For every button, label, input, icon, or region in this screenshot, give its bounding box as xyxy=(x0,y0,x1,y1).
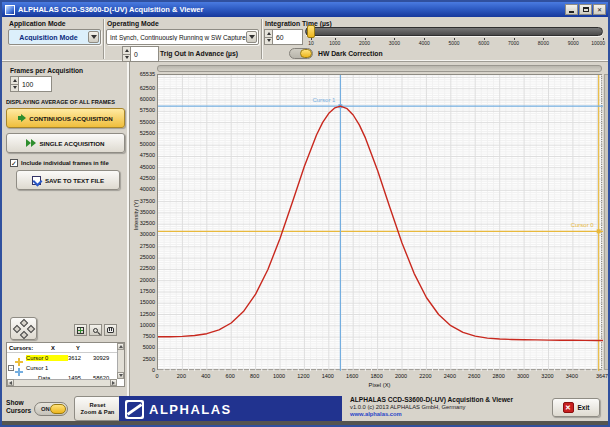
app-icon xyxy=(5,5,15,15)
title-bar[interactable]: ALPHALAS CCD-S3600-D(-UV) Acquisition & … xyxy=(2,2,608,17)
trig-out-label: Trig Out in Advance (µs) xyxy=(160,50,238,57)
cursor-table-row[interactable]: -Cursor 1 xyxy=(7,363,124,373)
trig-out-value[interactable]: 0 xyxy=(131,46,159,62)
zoom-tool-button[interactable] xyxy=(89,324,102,336)
include-frames-checkbox-row[interactable]: ✓ Include individual frames in file xyxy=(10,159,109,167)
website-link[interactable]: www.alphalas.com xyxy=(350,411,513,417)
scroll-up-icon[interactable] xyxy=(117,343,124,350)
cursor-table-header: Cursors: X Y xyxy=(7,343,124,353)
operating-mode-label: Operating Mode xyxy=(107,20,159,27)
divider xyxy=(103,19,105,59)
toggle-knob xyxy=(300,49,312,58)
alphalas-brand: ALPHALAS xyxy=(149,402,232,417)
cursor-tool-button[interactable] xyxy=(74,324,87,336)
continuous-acquisition-label: CONTINUOUS ACQUISITION xyxy=(29,115,113,122)
crosshair-icon xyxy=(77,327,84,334)
app-info-title: ALPHALAS CCD-S3600-D(-UV) Acquisition & … xyxy=(350,396,513,403)
cursor-legend-table[interactable]: Cursors: X Y Cursor 0361230929-Cursor 1D… xyxy=(6,342,125,387)
frames-per-acquisition-label: Frames per Acquisition xyxy=(10,67,83,74)
frames-per-acquisition-spinner[interactable]: 100 xyxy=(10,76,52,92)
chevron-down-icon[interactable] xyxy=(88,31,99,43)
exit-x-icon: ✕ xyxy=(563,402,574,413)
reset-zoom-pan-button[interactable]: Reset Zoom & Pan xyxy=(74,396,121,421)
operating-mode-select[interactable]: Int Synch, Continuously Running w SW Cap… xyxy=(106,29,259,45)
diamond-icon xyxy=(20,319,28,327)
y-header: Y xyxy=(76,345,103,351)
diamond-icon xyxy=(13,325,21,333)
spectrum-plot: Cursor 0Cursor 1 xyxy=(158,75,603,371)
svg-text:Cursor 1: Cursor 1 xyxy=(312,97,336,103)
frames-per-acquisition-value[interactable]: 100 xyxy=(19,76,52,92)
pan-tool-button[interactable] xyxy=(104,324,117,336)
scroll-right-icon[interactable] xyxy=(110,379,117,386)
cursor-table-row[interactable]: Cursor 0361230929 xyxy=(7,353,124,363)
x-header: X xyxy=(51,345,76,351)
close-icon: ✕ xyxy=(597,7,602,13)
spinner-arrows-icon[interactable] xyxy=(122,46,131,62)
minimize-icon xyxy=(569,11,574,13)
integration-time-value[interactable]: 60 xyxy=(273,29,303,45)
reset-button-label: Zoom & Pan xyxy=(81,409,115,416)
slider-thumb[interactable] xyxy=(307,25,315,38)
application-mode-label: Application Mode xyxy=(9,20,66,27)
app-info: ALPHALAS CCD-S3600-D(-UV) Acquisition & … xyxy=(350,396,513,417)
diamond-icon xyxy=(27,325,35,333)
application-mode-select[interactable]: Acquisition Mode xyxy=(8,29,101,45)
toggle-knob xyxy=(50,404,66,414)
save-to-text-file-label: SAVE TO TEXT FILE xyxy=(45,177,104,184)
graph-palette xyxy=(72,324,117,336)
cursors-header: Cursors: xyxy=(9,345,51,351)
alphalas-logo: ALPHALAS xyxy=(119,396,342,423)
x-axis-title: Pixel (X) xyxy=(157,382,602,388)
save-to-text-file-button[interactable]: SAVE TO TEXT FILE xyxy=(16,170,120,190)
plot-area[interactable]: Cursor 0Cursor 1 xyxy=(157,74,602,370)
slider-track[interactable] xyxy=(305,27,603,36)
continuous-acquisition-button[interactable]: CONTINUOUS ACQUISITION xyxy=(6,108,125,128)
integration-time-slider[interactable]: 1010002000300040005000600070008000900010… xyxy=(305,25,603,51)
svg-text:Cursor 0: Cursor 0 xyxy=(571,222,595,228)
displaying-note: DISPLAYING AVERAGE OF ALL FRAMES xyxy=(6,99,115,105)
spinner-arrows-icon[interactable] xyxy=(264,29,273,45)
maximize-icon xyxy=(583,7,589,12)
magnifier-icon xyxy=(93,328,98,333)
scroll-left-icon[interactable] xyxy=(7,379,14,386)
maximize-button[interactable] xyxy=(579,4,592,15)
table-vertical-scrollbar[interactable] xyxy=(117,343,124,379)
single-acquisition-button[interactable]: SINGLE ACQUISITION xyxy=(6,133,125,153)
diamond-icon xyxy=(20,331,28,339)
alphalas-logo-icon xyxy=(125,400,144,419)
green-arrow-icon xyxy=(18,114,26,122)
trig-out-spinner[interactable]: 0 xyxy=(122,46,159,62)
scroll-down-icon[interactable] xyxy=(117,372,124,379)
close-button[interactable]: ✕ xyxy=(593,4,606,15)
operating-mode-value: Int Synch, Continuously Running w SW Cap… xyxy=(107,34,246,41)
top-control-panel: Application Mode Acquisition Mode Operat… xyxy=(2,17,608,62)
checkbox-icon[interactable]: ✓ xyxy=(10,159,18,167)
divider xyxy=(261,19,263,59)
cursor-move-pad-button[interactable] xyxy=(10,317,37,340)
minimize-button[interactable] xyxy=(565,4,578,15)
window-bottom-edge xyxy=(2,421,608,425)
show-cursors-toggle[interactable]: ON xyxy=(34,402,68,416)
reset-button-label: Reset xyxy=(90,402,106,409)
app-info-version: v1.0.0 (c) 2013 ALPHALAS GmbH, Germany xyxy=(350,404,513,410)
hand-icon xyxy=(107,327,114,333)
graph-horizontal-scrollbar[interactable] xyxy=(157,65,602,72)
application-mode-value: Acquisition Mode xyxy=(9,34,88,41)
app-window: ALPHALAS CCD-S3600-D(-UV) Acquisition & … xyxy=(0,0,610,427)
chevron-down-icon[interactable] xyxy=(246,31,257,43)
integration-time-spinner[interactable]: 60 xyxy=(264,29,303,45)
chart-panel: Intensity (Y) 02500500075001000012500150… xyxy=(130,62,608,394)
hw-dark-correction-label: HW Dark Correction xyxy=(318,50,383,57)
hw-dark-correction-toggle[interactable] xyxy=(289,48,313,59)
left-panel: Frames per Acquisition 100 DISPLAYING AV… xyxy=(2,62,130,421)
exit-button[interactable]: ✕ Exit xyxy=(552,398,600,417)
save-file-icon xyxy=(32,176,41,185)
spinner-arrows-icon[interactable] xyxy=(10,76,19,92)
toggle-state-label: ON xyxy=(41,406,50,412)
graph-vertical-scrollbar[interactable] xyxy=(604,74,610,370)
green-double-arrow-icon xyxy=(26,139,36,147)
table-horizontal-scrollbar[interactable] xyxy=(7,379,117,386)
single-acquisition-label: SINGLE ACQUISITION xyxy=(39,140,104,147)
window-title: ALPHALAS CCD-S3600-D(-UV) Acquisition & … xyxy=(18,5,564,14)
